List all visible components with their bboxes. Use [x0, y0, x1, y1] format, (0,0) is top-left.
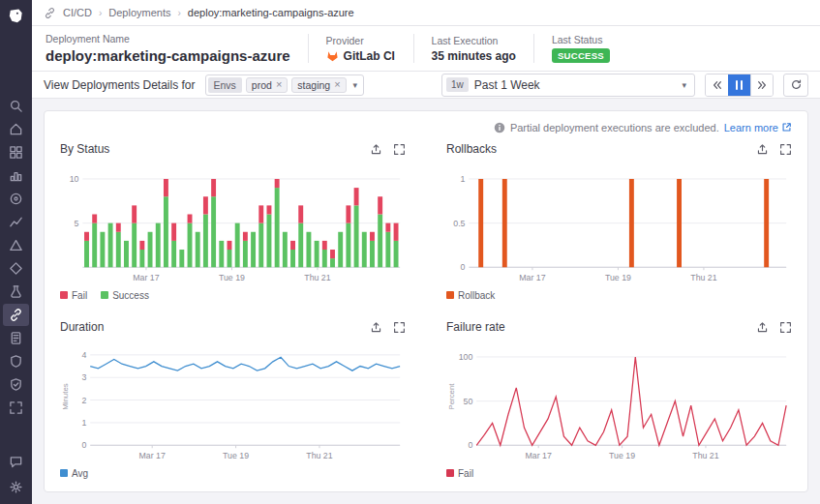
breadcrumb-deployments[interactable]: Deployments	[108, 7, 170, 18]
cicd-breadcrumb-icon	[44, 7, 56, 19]
remove-env-icon[interactable]: ×	[276, 79, 282, 90]
legend-swatch	[446, 291, 454, 299]
time-range-tag: 1w	[446, 77, 469, 92]
env-filter-key: Envs	[208, 77, 242, 93]
remove-env-icon[interactable]: ×	[334, 79, 340, 90]
provider-group: Provider GitLab CI	[326, 35, 396, 63]
breadcrumb-separator: ›	[178, 8, 181, 18]
svg-text:3: 3	[81, 372, 86, 382]
env-filter-dropdown[interactable]: Envs prod × staging × ▾	[205, 74, 365, 96]
legend-label: Fail	[458, 468, 473, 479]
compliance-icon	[9, 377, 23, 392]
svg-text:50: 50	[464, 397, 473, 406]
deployment-name-label: Deployment Name	[46, 33, 290, 44]
svg-text:Mar 17: Mar 17	[519, 273, 545, 282]
last-status-group: Last Status SUCCESS	[552, 34, 610, 63]
legend-item[interactable]: Fail	[446, 468, 473, 479]
forward-button[interactable]	[750, 74, 773, 96]
metrics-icon	[9, 215, 23, 229]
chart-panel-rollbacks: Rollbacks 00.51Mar 17Tue 19Thu 21 Rollba…	[446, 137, 792, 304]
sidebar-item-compliance[interactable]	[3, 373, 29, 396]
failure-rate-chart[interactable]: 050100Mar 17Tue 19Thu 21Percent	[446, 339, 792, 462]
sidebar-item-chat[interactable]	[3, 451, 29, 473]
settings-icon	[9, 480, 23, 494]
filter-bar: View Deployments Details for Envs prod ×…	[32, 72, 820, 99]
svg-text:5: 5	[75, 219, 79, 228]
sidebar-item-logs[interactable]	[3, 327, 29, 349]
infrastructure-icon	[9, 168, 23, 183]
breadcrumb-separator: ›	[99, 8, 102, 18]
sidebar-item-apm[interactable]	[3, 188, 29, 210]
gitlab-icon	[326, 50, 339, 62]
refresh-button[interactable]	[783, 74, 808, 97]
search-icon	[9, 99, 23, 113]
expand-icon[interactable]	[393, 321, 406, 334]
legend-label: Success	[112, 290, 149, 301]
export-icon[interactable]	[370, 143, 382, 156]
rollbacks-legend: Rollback	[446, 286, 792, 304]
external-link-icon	[781, 122, 792, 133]
learn-more-link[interactable]: Learn more	[724, 122, 792, 133]
datadog-logo[interactable]	[0, 0, 32, 33]
logs-icon	[9, 331, 23, 345]
sidebar-item-settings[interactable]	[3, 476, 29, 498]
svg-text:0: 0	[468, 440, 472, 450]
svg-text:1: 1	[81, 418, 86, 428]
last-execution-group: Last Execution 35 minutes ago	[432, 35, 516, 63]
export-icon[interactable]	[756, 321, 769, 334]
sidebar-item-home[interactable]	[3, 118, 29, 140]
last-status-label: Last Status	[552, 34, 610, 45]
sidebar-item-infrastructure[interactable]	[3, 164, 29, 187]
duration-chart[interactable]: 01234Mar 17Tue 19Thu 21Minutes	[60, 339, 406, 462]
note-row: Partial deployment executions are exclud…	[60, 121, 792, 133]
by-status-chart[interactable]: 510Mar 17Tue 19Thu 21	[60, 161, 406, 284]
main-column: CI/CD › Deployments › deploy:marketing-c…	[32, 0, 820, 504]
apm-icon	[9, 192, 23, 206]
sidebar-item-dashboards[interactable]	[3, 141, 29, 163]
sidebar-item-monitors[interactable]	[3, 234, 29, 256]
view-details-label: View Deployments Details for	[44, 78, 196, 92]
expand-icon[interactable]	[779, 143, 792, 156]
sidebar-item-cicd[interactable]	[3, 304, 29, 326]
expand-icon[interactable]	[779, 321, 792, 334]
export-icon[interactable]	[756, 143, 769, 156]
monitors-icon	[9, 238, 23, 252]
legend-item[interactable]: Success	[101, 290, 149, 301]
failure-rate-legend: Fail	[446, 464, 792, 482]
sidebar-nav	[3, 95, 29, 419]
legend-item[interactable]: Fail	[60, 290, 87, 301]
env-chip-prod[interactable]: prod ×	[246, 77, 288, 93]
chart-panel-duration: Duration 01234Mar 17Tue 19Thu 21Minutes …	[60, 315, 406, 482]
refresh-icon	[790, 78, 803, 91]
sidebar-item-metrics[interactable]	[3, 211, 29, 233]
svg-text:4: 4	[81, 350, 86, 360]
legend-item[interactable]: Rollback	[446, 290, 495, 301]
provider-label: Provider	[326, 35, 396, 46]
chevron-down-icon: ▾	[682, 80, 686, 90]
legend-item[interactable]: Avg	[60, 468, 88, 479]
sidebar-item-expand[interactable]	[3, 397, 29, 419]
chart-title: By Status	[60, 142, 109, 156]
chart-panel-by-status: By Status 510Mar 17Tue 19Thu 21 FailSucc…	[60, 137, 406, 304]
time-scrub-controls	[705, 74, 774, 97]
sidebar-item-synthetics[interactable]	[3, 281, 29, 303]
breadcrumb-cicd[interactable]: CI/CD	[63, 7, 92, 18]
export-icon[interactable]	[370, 321, 382, 334]
svg-text:10: 10	[70, 174, 79, 184]
sidebar-item-ux[interactable]	[3, 257, 29, 280]
sidebar-item-security[interactable]	[3, 350, 29, 372]
ux-icon	[9, 261, 23, 276]
env-chip-staging[interactable]: staging ×	[291, 77, 346, 93]
expand-icon[interactable]	[393, 143, 406, 156]
pause-button[interactable]	[728, 74, 750, 96]
time-range-dropdown[interactable]: 1w Past 1 Week ▾	[441, 74, 695, 97]
dashboards-icon	[9, 145, 23, 160]
sidebar-item-search[interactable]	[3, 95, 29, 117]
backward-button[interactable]	[706, 74, 728, 96]
svg-text:Thu 21: Thu 21	[692, 451, 718, 460]
svg-text:Tue 19: Tue 19	[219, 273, 245, 282]
rollbacks-chart[interactable]: 00.51Mar 17Tue 19Thu 21	[446, 161, 792, 284]
info-icon	[494, 122, 505, 133]
legend-swatch	[446, 469, 454, 477]
legend-label: Rollback	[458, 290, 495, 301]
